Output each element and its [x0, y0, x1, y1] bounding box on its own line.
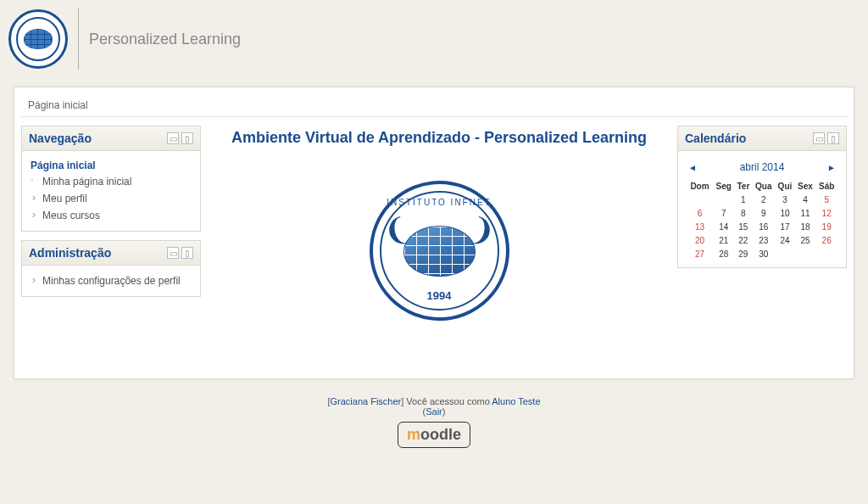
- calendar-day[interactable]: 8: [735, 206, 753, 220]
- nav-my-home[interactable]: Minha página inicial: [31, 173, 192, 190]
- dock-icon[interactable]: ▯: [181, 132, 193, 144]
- calendar-day[interactable]: 19: [815, 220, 837, 233]
- calendar-day[interactable]: 13: [687, 220, 713, 233]
- footer-username[interactable]: Graciana Fischer: [330, 396, 401, 406]
- footer: [Graciana Fischer] Você acessou como Alu…: [0, 388, 868, 451]
- calendar-day[interactable]: 16: [752, 220, 775, 233]
- calendar-day[interactable]: 15: [735, 220, 753, 233]
- admin-title: Administração: [29, 246, 111, 260]
- calendar-day[interactable]: 28: [713, 247, 735, 260]
- calendar-day-header: Sex: [795, 180, 816, 193]
- logo-text-top: INSTITUTO INFNET: [387, 198, 491, 207]
- admin-profile-settings[interactable]: Minhas configurações de perfil: [31, 272, 192, 289]
- calendar-month[interactable]: abril 2014: [740, 161, 785, 173]
- dock-icon[interactable]: ▯: [827, 132, 839, 144]
- calendar-title: Calendário: [685, 132, 746, 145]
- collapse-icon[interactable]: ▭: [167, 132, 179, 144]
- calendar-day-header: Qui: [775, 180, 794, 193]
- breadcrumb-home[interactable]: Página inicial: [28, 99, 88, 111]
- calendar-day[interactable]: 3: [775, 193, 794, 206]
- navigation-title: Navegação: [29, 132, 92, 145]
- nav-my-profile[interactable]: Meu perfil: [31, 190, 192, 207]
- calendar-prev[interactable]: ◄: [688, 163, 697, 172]
- calendar-day[interactable]: 1: [735, 193, 753, 206]
- collapse-icon[interactable]: ▭: [813, 132, 825, 144]
- calendar-next[interactable]: ►: [827, 163, 836, 172]
- calendar-day[interactable]: 30: [752, 247, 775, 260]
- footer-as-user[interactable]: Aluno Teste: [492, 396, 540, 406]
- calendar-day[interactable]: 25: [795, 233, 816, 247]
- calendar-table: DomSegTerQuaQuiSexSáb 123456789101112131…: [687, 180, 837, 260]
- calendar-day-header: Seg: [713, 180, 735, 193]
- calendar-day[interactable]: 5: [815, 193, 837, 206]
- calendar-day[interactable]: 6: [687, 206, 713, 220]
- calendar-day: [775, 247, 794, 260]
- center-logo-area: ❨ ❨ INSTITUTO INFNET 1994: [209, 164, 669, 372]
- calendar-day-header: Dom: [687, 180, 713, 193]
- header-divider: [78, 8, 79, 70]
- page-header: Personalized Learning: [0, 0, 868, 78]
- calendar-day[interactable]: 20: [687, 233, 713, 247]
- calendar-day: [713, 193, 735, 206]
- calendar-day[interactable]: 22: [735, 233, 753, 247]
- navigation-block: Navegação ▭ ▯ Página inicial Minha págin…: [21, 126, 201, 232]
- brand-text: Personalized Learning: [89, 31, 241, 48]
- main-container: Página inicial Navegação ▭ ▯ Página inic…: [14, 87, 854, 379]
- calendar-block: Calendário ▭ ▯ ◄ abril 2014 ► DomSegTerQ…: [677, 126, 847, 268]
- calendar-day: [815, 247, 837, 260]
- page-title: Ambiente Virtual de Aprendizado - Person…: [209, 126, 669, 164]
- globe-icon: [24, 29, 53, 49]
- calendar-day[interactable]: 29: [735, 247, 753, 260]
- logo-year: 1994: [427, 289, 452, 302]
- calendar-day[interactable]: 9: [752, 206, 775, 220]
- calendar-day[interactable]: 2: [752, 193, 775, 206]
- collapse-icon[interactable]: ▭: [167, 247, 179, 259]
- calendar-day[interactable]: 12: [815, 206, 837, 220]
- calendar-day: [795, 247, 816, 260]
- nav-home[interactable]: Página inicial: [31, 158, 192, 173]
- calendar-day[interactable]: 10: [775, 206, 794, 220]
- calendar-day-header: Qua: [752, 180, 775, 193]
- calendar-day[interactable]: 23: [752, 233, 775, 247]
- institute-logo: ❨ ❨ INSTITUTO INFNET 1994: [370, 181, 509, 321]
- breadcrumb: Página inicial: [21, 94, 847, 117]
- footer-text: ] Você acessou como: [401, 396, 492, 406]
- calendar-day[interactable]: 21: [713, 233, 735, 247]
- calendar-day[interactable]: 14: [713, 220, 735, 233]
- admin-block: Administração ▭ ▯ Minhas configurações d…: [21, 240, 201, 297]
- calendar-day[interactable]: 4: [795, 193, 816, 206]
- brand-logo-inner: [16, 17, 60, 61]
- dock-icon[interactable]: ▯: [181, 247, 193, 259]
- nav-my-courses[interactable]: Meus cursos: [31, 207, 192, 224]
- calendar-day[interactable]: 18: [795, 220, 816, 233]
- calendar-day[interactable]: 24: [775, 233, 794, 247]
- footer-logout[interactable]: Sair: [426, 406, 442, 417]
- calendar-day-header: Ter: [735, 180, 753, 193]
- calendar-day[interactable]: 17: [775, 220, 794, 233]
- moodle-logo[interactable]: mmoodleoodle: [398, 422, 470, 448]
- calendar-day: [687, 193, 713, 206]
- calendar-day[interactable]: 26: [815, 233, 837, 247]
- calendar-day[interactable]: 7: [713, 206, 735, 220]
- brand-logo: [8, 9, 68, 69]
- calendar-day-header: Sáb: [815, 180, 837, 193]
- calendar-day[interactable]: 27: [687, 247, 713, 260]
- calendar-day[interactable]: 11: [795, 206, 816, 220]
